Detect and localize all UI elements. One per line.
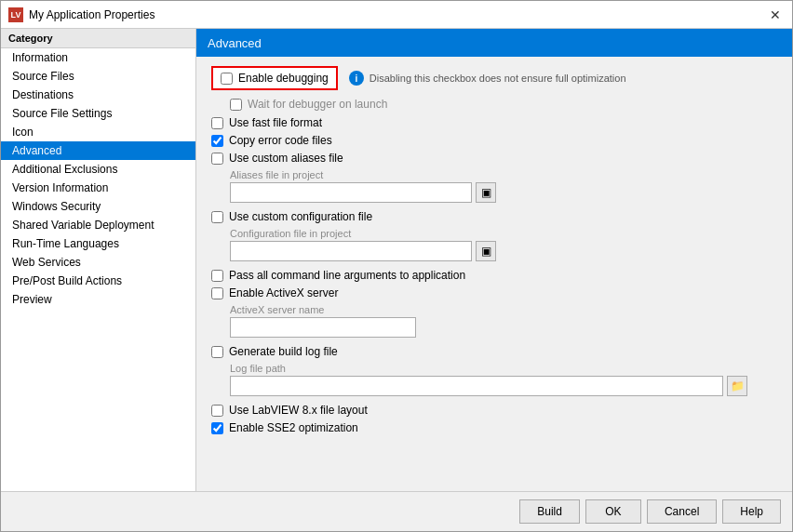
- sidebar-item-information[interactable]: Information: [1, 48, 195, 67]
- close-button[interactable]: ✕: [766, 6, 785, 24]
- custom-aliases-label: Use custom aliases file: [229, 152, 343, 165]
- dialog-window: LV My Application Properties ✕ Category …: [0, 0, 793, 532]
- log-field-row: 📁: [230, 376, 777, 396]
- sse2-row: Enable SSE2 optimization: [211, 421, 777, 434]
- log-file-label: Log file path: [230, 363, 777, 374]
- sidebar-item-shared-variable-deployment[interactable]: Shared Variable Deployment: [1, 216, 195, 234]
- labview8x-label: Use LabVIEW 8.x file layout: [229, 404, 368, 417]
- custom-config-label: Use custom configuration file: [229, 210, 372, 223]
- sidebar-item-version-information[interactable]: Version Information: [1, 179, 195, 197]
- copy-error-label: Copy error code files: [229, 134, 332, 147]
- help-button[interactable]: Help: [722, 499, 781, 524]
- info-icon: i: [349, 71, 364, 86]
- fast-file-checkbox[interactable]: [211, 117, 223, 129]
- sidebar-item-source-file-settings[interactable]: Source File Settings: [1, 104, 195, 123]
- sidebar-item-icon[interactable]: Icon: [1, 123, 195, 141]
- activex-field-row: [230, 317, 777, 338]
- custom-aliases-checkbox[interactable]: [211, 153, 223, 165]
- copy-error-checkbox[interactable]: [211, 135, 223, 147]
- build-log-label: Generate build log file: [229, 345, 338, 358]
- aliases-field-row: ▣: [230, 182, 777, 203]
- custom-config-row: Use custom configuration file: [211, 210, 777, 223]
- sidebar-item-additional-exclusions[interactable]: Additional Exclusions: [1, 160, 195, 179]
- copy-error-row: Copy error code files: [211, 134, 777, 147]
- labview8x-checkbox[interactable]: [211, 405, 223, 417]
- custom-aliases-row: Use custom aliases file: [211, 152, 777, 165]
- ok-button[interactable]: OK: [585, 499, 641, 524]
- sse2-label: Enable SSE2 optimization: [229, 421, 358, 434]
- aliases-file-input[interactable]: [230, 182, 472, 203]
- config-browse-button[interactable]: ▣: [476, 241, 496, 261]
- build-button[interactable]: Build: [519, 499, 580, 524]
- left-panel: Category Information Source Files Destin…: [1, 29, 196, 491]
- dialog-title: My Application Properties: [29, 8, 155, 21]
- title-bar-left: LV My Application Properties: [8, 7, 155, 22]
- category-header: Category: [1, 29, 195, 48]
- app-icon: LV: [8, 7, 23, 22]
- log-file-input[interactable]: [230, 376, 723, 396]
- info-note-text: Disabling this checkbox does not ensure …: [370, 73, 626, 84]
- wait-debugger-label: Wait for debugger on launch: [248, 98, 387, 111]
- config-field-row: ▣: [230, 241, 777, 261]
- activex-row: Enable ActiveX server: [211, 286, 777, 299]
- sidebar-item-run-time-languages[interactable]: Run-Time Languages: [1, 234, 195, 253]
- build-log-row: Generate build log file: [211, 345, 777, 358]
- pass-cmdline-checkbox[interactable]: [211, 270, 223, 282]
- enable-debugging-label: Enable debugging: [238, 72, 329, 85]
- dialog-body: Category Information Source Files Destin…: [1, 29, 792, 491]
- panel-header: Advanced: [196, 29, 792, 57]
- fast-file-label: Use fast file format: [229, 116, 322, 129]
- sse2-checkbox[interactable]: [211, 422, 223, 434]
- pass-cmdline-label: Pass all command line arguments to appli…: [229, 269, 465, 282]
- custom-config-checkbox[interactable]: [211, 211, 223, 223]
- sidebar-item-preview[interactable]: Preview: [1, 290, 195, 309]
- sidebar-item-advanced[interactable]: Advanced: [1, 141, 195, 160]
- log-browse-button[interactable]: 📁: [727, 376, 747, 396]
- labview8x-row: Use LabVIEW 8.x file layout: [211, 404, 777, 417]
- cancel-button[interactable]: Cancel: [647, 499, 717, 524]
- enable-debug-row: Enable debugging i Disabling this checkb…: [211, 66, 777, 90]
- sidebar-item-destinations[interactable]: Destinations: [1, 86, 195, 104]
- activex-server-input[interactable]: [230, 317, 416, 338]
- activex-label: Enable ActiveX server: [229, 286, 338, 299]
- sidebar-item-pre-post-build-actions[interactable]: Pre/Post Build Actions: [1, 272, 195, 290]
- sidebar-item-source-files[interactable]: Source Files: [1, 67, 195, 86]
- build-log-checkbox[interactable]: [211, 346, 223, 358]
- panel-content: Enable debugging i Disabling this checkb…: [196, 57, 792, 491]
- enable-debugging-checkbox[interactable]: [221, 73, 233, 85]
- wait-debugger-checkbox[interactable]: [230, 99, 242, 111]
- sidebar-item-web-services[interactable]: Web Services: [1, 253, 195, 272]
- right-panel: Advanced Enable debugging i Disabling th…: [196, 29, 792, 491]
- fast-file-row: Use fast file format: [211, 116, 777, 129]
- info-note: i Disabling this checkbox does not ensur…: [349, 71, 626, 86]
- aliases-file-label: Aliases file in project: [230, 169, 777, 180]
- activex-server-label: ActiveX server name: [230, 304, 777, 315]
- title-bar: LV My Application Properties ✕: [1, 1, 792, 29]
- aliases-browse-button[interactable]: ▣: [476, 182, 496, 203]
- config-file-label: Configuration file in project: [230, 228, 777, 239]
- wait-debugger-row: Wait for debugger on launch: [230, 98, 777, 111]
- sidebar-item-windows-security[interactable]: Windows Security: [1, 197, 195, 216]
- pass-cmdline-row: Pass all command line arguments to appli…: [211, 269, 777, 282]
- dialog-footer: Build OK Cancel Help: [1, 491, 792, 531]
- config-file-input[interactable]: [230, 241, 472, 261]
- activex-checkbox[interactable]: [211, 287, 223, 299]
- enable-debug-box: Enable debugging: [211, 66, 338, 90]
